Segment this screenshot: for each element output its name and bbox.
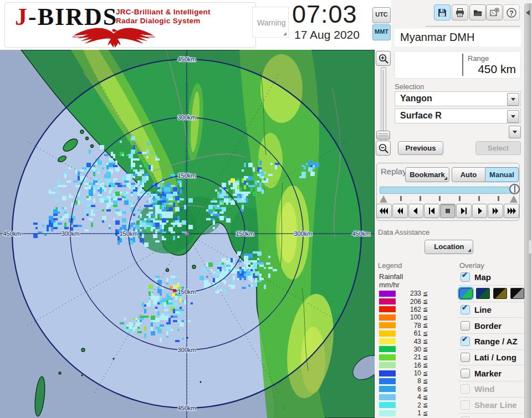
select-button[interactable]: Select [475, 141, 521, 155]
open-folder-icon [473, 8, 483, 18]
open-folder-button[interactable] [469, 4, 486, 20]
zoom-slider-track[interactable] [381, 67, 386, 141]
legend-label: Legend [378, 261, 402, 270]
legend-lte-symbol: ≦ [423, 290, 428, 297]
forward-button[interactable] [488, 204, 503, 218]
legend-row: 233≦ [379, 290, 434, 297]
svg-text:300km: 300km [177, 114, 196, 121]
bookmark-button[interactable]: Bookmark [405, 167, 449, 182]
replay-slider-track[interactable] [380, 187, 518, 194]
warning-button[interactable]: Warning [252, 7, 289, 38]
checkbox-marker[interactable] [461, 369, 470, 378]
rewind-button[interactable] [392, 204, 408, 218]
location-button[interactable]: Location [424, 240, 473, 254]
overlay-row-wind: Wind [459, 381, 524, 397]
add-image-button[interactable] [486, 4, 503, 20]
auto-button[interactable]: Auto [452, 167, 485, 182]
legend-row: 100≦ [379, 313, 434, 321]
overlay-row-marker: Marker [459, 365, 524, 381]
header-bar: J-BIRDS JRC-Brilliant & Intelligent Rada… [0, 0, 391, 50]
svg-text:300km: 300km [177, 347, 196, 353]
slider-tick [400, 196, 402, 201]
legend-row: 78≦ [379, 322, 434, 329]
zoom-out-button[interactable] [376, 141, 391, 156]
print-button[interactable] [452, 4, 468, 20]
legend-row: 8≦ [379, 377, 434, 385]
range-display: Range 450 km [395, 51, 521, 79]
legend-value: 16 [398, 362, 421, 369]
checkbox-range-az[interactable] [461, 337, 470, 346]
previous-button[interactable]: Previous [398, 141, 443, 155]
clock-date: 17 Aug 2020 [294, 28, 360, 42]
add-image-icon [489, 8, 499, 18]
step-forward-button[interactable] [456, 204, 472, 218]
product-dropdown-button[interactable] [507, 110, 519, 123]
radar-map[interactable]: 150km150km150km150km300km300km300km300km… [0, 50, 375, 418]
checkbox-line[interactable] [461, 305, 470, 314]
legend-value: 4 [398, 393, 421, 401]
playback-controls [376, 204, 519, 218]
map-palette-option[interactable] [459, 288, 473, 299]
replay-mode-toggle: Auto Manual [452, 167, 519, 182]
save-icon [437, 8, 447, 18]
zoom-in-button[interactable] [376, 51, 391, 66]
checkbox-map[interactable] [461, 272, 470, 282]
checkbox-lati-long[interactable] [461, 353, 470, 362]
utc-button[interactable]: UTC [372, 7, 391, 23]
forward-fast-button[interactable] [504, 204, 519, 218]
save-button[interactable] [434, 4, 451, 20]
legend-row: 2≦ [379, 401, 434, 409]
legend-swatch [379, 291, 396, 297]
mmt-button[interactable]: MMT [372, 24, 391, 40]
map-palette-option[interactable] [510, 288, 524, 299]
rewind-fast-button[interactable] [376, 204, 392, 218]
chevron-down-icon [511, 98, 515, 101]
legend-swatch [379, 362, 396, 368]
step-back-button[interactable] [424, 204, 439, 218]
map-palette-option[interactable] [476, 288, 490, 299]
replay-slider-thumb[interactable] [509, 184, 520, 194]
help-button[interactable]: ? [503, 4, 520, 20]
collapse-arrow-icon [526, 10, 530, 16]
map-palette-option[interactable] [493, 288, 507, 299]
overlay-item-label: Border [474, 321, 502, 331]
overlay-row-shear-line: Shear Line [459, 397, 524, 413]
stop-button[interactable] [440, 204, 456, 218]
legend-row: 206≦ [379, 297, 434, 305]
legend-row: 61≦ [379, 329, 434, 337]
svg-text:450km: 450km [3, 230, 21, 237]
legend-row: 30≦ [379, 345, 434, 353]
legend-swatch [379, 378, 396, 384]
overlay-item-label: Shear Line [474, 400, 517, 410]
extra-dropdown-button[interactable] [509, 126, 521, 138]
overlay-row-range-az: Range / AZ [459, 333, 524, 349]
reverse-play-button[interactable] [408, 204, 424, 218]
product-dropdown[interactable]: Surface R [395, 109, 521, 123]
station-name: Myanmar DMH [395, 29, 521, 47]
site-dropdown-button[interactable] [507, 93, 519, 106]
legend-row: 43≦ [379, 337, 434, 345]
replay-slider-ticks [380, 194, 518, 203]
manual-button[interactable]: Manual [485, 167, 519, 182]
legend-lte-symbol: ≦ [423, 298, 428, 305]
legend-value: 2 [398, 401, 421, 409]
logo-tagline: JRC-Brilliant & Intelligent Radar Dialog… [116, 8, 211, 25]
svg-text:150km: 150km [177, 172, 196, 179]
legend-title: Rainfall mm/hr [379, 272, 403, 289]
jbirds-logo: J-BIRDS JRC-Brilliant & Intelligent Rada… [4, 2, 256, 48]
zoom-slider-thumb[interactable] [376, 131, 390, 140]
slider-tick [478, 196, 480, 201]
range-value: 450 km [461, 63, 516, 76]
x-section-button[interactable]: X-Section [528, 240, 532, 254]
legend-row: 16≦ [379, 362, 434, 369]
checkbox-border[interactable] [461, 321, 470, 331]
play-button[interactable] [472, 204, 488, 218]
slider-tick [459, 196, 461, 201]
panel-collapse-bar[interactable] [524, 3, 531, 418]
overlay-item-label: Line [474, 305, 492, 314]
site-dropdown[interactable]: Yangon [395, 91, 521, 106]
legend-row: 162≦ [379, 306, 434, 313]
legend-swatch [379, 331, 396, 337]
legend-swatch [379, 346, 396, 352]
checkbox-shear-line [461, 400, 470, 410]
